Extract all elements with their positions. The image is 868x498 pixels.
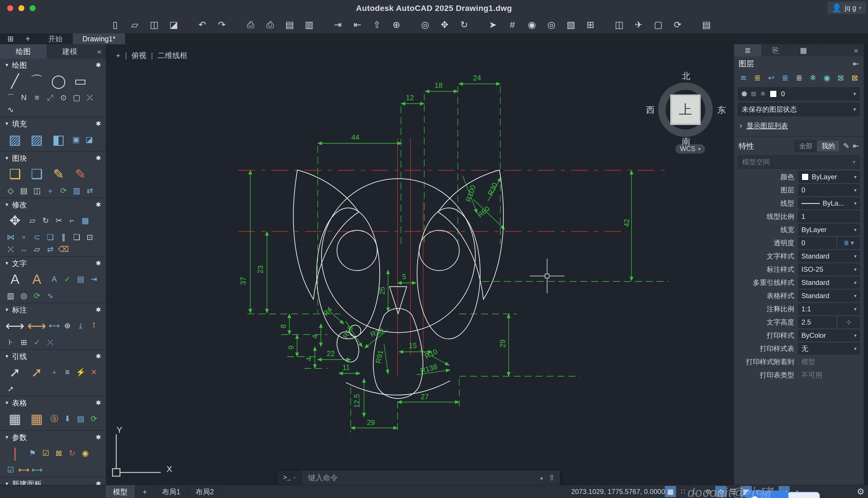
ribbon-collapse-button[interactable]: «: [93, 44, 106, 58]
layout-tab-布局1[interactable]: 布局1: [155, 485, 188, 498]
share-web-icon[interactable]: ⊕: [390, 19, 403, 31]
ray-tool-icon[interactable]: ⤢: [44, 92, 56, 103]
replace-obj-tool-icon[interactable]: ⇄: [44, 244, 56, 255]
scale-tool-icon[interactable]: ⊡: [84, 232, 96, 243]
mleader-align-tool-icon[interactable]: ≡: [62, 366, 73, 378]
block-add-tool-icon[interactable]: ＋: [44, 185, 56, 196]
orbit-icon[interactable]: ↻: [458, 19, 470, 31]
section-collapse-icon[interactable]: ▼: [4, 261, 9, 266]
spline-fit-tool-icon[interactable]: ⌒: [4, 92, 17, 103]
plot-icon[interactable]: ⎙: [264, 19, 276, 31]
edit-properties-icon[interactable]: ✎: [843, 142, 849, 150]
space-selector-dropdown[interactable]: 模型空间 ▾: [738, 155, 860, 169]
panel-expand-button[interactable]: »: [848, 44, 864, 56]
plot-preview-icon[interactable]: ▥: [303, 19, 315, 31]
array-tool-icon[interactable]: ▦: [79, 215, 91, 226]
dim-center-tool-icon[interactable]: ⊕: [62, 320, 73, 331]
pdf-recognize-tool-icon[interactable]: ∿: [44, 290, 56, 302]
gear-icon[interactable]: ✱: [96, 399, 103, 407]
layer-edit-icon[interactable]: ≣: [751, 73, 763, 83]
import-icon[interactable]: ⇥: [332, 19, 344, 31]
break-tool-icon[interactable]: ⤫: [4, 244, 17, 255]
layer-unisolate-icon[interactable]: ≣: [793, 73, 805, 83]
property-value-dropdown[interactable]: ByLayer▾: [798, 224, 860, 236]
spell-check-tool-icon[interactable]: ✓: [62, 273, 73, 285]
table-tool-icon[interactable]: ▦: [4, 408, 25, 429]
select-tool-icon[interactable]: ▫: [18, 232, 30, 243]
zoom-realtime-icon[interactable]: ◎: [419, 19, 431, 31]
share-drawing-icon[interactable]: ✈: [633, 19, 645, 31]
filter-all-button[interactable]: 全部: [795, 141, 817, 152]
layer-select-dropdown[interactable]: ⊠ ❄ 0 ▾: [738, 87, 860, 101]
clean-tool-icon[interactable]: ⌫: [57, 244, 69, 255]
layer-states-dropdown[interactable]: 未保存的图层状态 ▾: [738, 103, 860, 116]
dim-tolerance-tool-icon[interactable]: ⊞: [18, 337, 30, 348]
file-open-icon[interactable]: ▱: [128, 19, 141, 31]
dim-linear-tool-icon[interactable]: ⟷: [48, 320, 60, 331]
circle-tool-icon[interactable]: ◯: [48, 71, 69, 91]
hatch-tool-icon[interactable]: ▨: [4, 129, 25, 150]
table-download-tool-icon[interactable]: ⬇: [62, 413, 73, 424]
command-input[interactable]: 键入命令: [302, 473, 540, 483]
dim-baseline-tool-icon[interactable]: ⤓: [74, 320, 87, 331]
layout-tab-布局2[interactable]: 布局2: [188, 485, 222, 498]
solid-tool-icon[interactable]: ❏: [71, 232, 83, 243]
block-table-tool-icon[interactable]: ▤: [18, 185, 30, 196]
squiggle-tool-icon[interactable]: ∿: [4, 104, 17, 116]
single-text-tool-icon[interactable]: A: [48, 273, 60, 285]
gear-icon[interactable]: ✱: [96, 201, 103, 209]
gear-icon[interactable]: ✱: [96, 306, 103, 314]
param-check-tool-icon[interactable]: ☑: [40, 447, 52, 459]
rect-revcloud-tool-icon[interactable]: ▢: [71, 92, 83, 103]
dim-continue-tool-icon[interactable]: ⊦: [4, 337, 17, 348]
grid-display-icon[interactable]: ▦: [665, 486, 676, 497]
line-tool-icon[interactable]: ╱: [4, 71, 25, 91]
property-value-dropdown[interactable]: Standard▾: [798, 277, 860, 288]
gear-icon[interactable]: ✱: [96, 62, 103, 69]
window-grid-icon[interactable]: ⊞: [4, 33, 17, 45]
field-icon[interactable]: ▧: [565, 19, 577, 31]
filter-mine-button[interactable]: 我的: [817, 141, 839, 152]
layer-lock-icon[interactable]: ⊠: [835, 73, 847, 83]
file-tab-drawing1[interactable]: Drawing1*: [73, 33, 125, 44]
file-tab-[interactable]: 开始: [39, 33, 73, 44]
dimension-tool-icon[interactable]: ⟷: [4, 315, 25, 336]
properties-filter-toggle[interactable]: 全部 我的: [794, 140, 840, 152]
save-icon[interactable]: ◫: [148, 19, 160, 31]
gear-icon[interactable]: ✱: [96, 155, 103, 162]
property-value-dropdown[interactable]: 0▾: [798, 184, 860, 196]
attr-sync-tool-icon[interactable]: ⟳: [57, 185, 69, 196]
arc-tool-icon[interactable]: ⌒: [26, 71, 47, 91]
drawing-compare-icon[interactable]: ◫: [613, 19, 625, 31]
show-layer-list-toggle[interactable]: › 显示图层列表: [734, 118, 864, 134]
viewcube[interactable]: 上 北 南 西 东: [658, 82, 713, 137]
layer-unlock-icon[interactable]: ⊠: [849, 73, 861, 83]
block-tag-tool-icon[interactable]: ◇: [4, 185, 17, 196]
property-value-dropdown[interactable]: Standard▾: [798, 250, 860, 262]
gradient-tool-icon[interactable]: ◧: [48, 129, 69, 150]
copy-tool-icon[interactable]: ▱: [26, 215, 39, 226]
mleader-add-tool-icon[interactable]: ＋: [48, 366, 60, 378]
section-collapse-icon[interactable]: ▼: [4, 401, 9, 406]
insert-block-tool-icon[interactable]: ❑: [4, 164, 25, 184]
param-linear-tool-icon[interactable]: ∣: [4, 443, 25, 463]
command-line[interactable]: >_ ▾ 键入命令 ▴ ⇧: [277, 470, 560, 485]
viewcube-east-label[interactable]: 东: [717, 104, 726, 116]
point-style-icon[interactable]: ◉: [526, 19, 538, 31]
property-value-input[interactable]: 1: [798, 211, 860, 222]
param-bulb-tool-icon[interactable]: ◉: [79, 447, 91, 459]
param-dim2-tool-icon[interactable]: ⟷: [31, 464, 43, 476]
attr-display-tool-icon[interactable]: ▥: [71, 185, 83, 196]
layer-restore-icon[interactable]: ↩: [765, 73, 777, 83]
hatch-edit-tool-icon[interactable]: ▨: [26, 129, 47, 150]
property-value-input[interactable]: 0: [798, 237, 836, 249]
pan-icon[interactable]: ✥: [438, 19, 451, 31]
find-text-tool-icon[interactable]: ◎: [18, 290, 30, 302]
wcs-dropdown[interactable]: WCS ▾: [675, 144, 705, 154]
create-block-tool-icon[interactable]: ❑: [26, 164, 47, 184]
trim-tool-icon[interactable]: ✂: [53, 215, 65, 226]
param-dim-tool-icon[interactable]: ⟷: [18, 464, 30, 476]
edit-block-tool-icon[interactable]: ✎: [48, 164, 69, 184]
ribbon-tab-draw[interactable]: 绘图: [0, 44, 46, 58]
property-value-dropdown[interactable]: ISO-25▾: [798, 264, 860, 275]
